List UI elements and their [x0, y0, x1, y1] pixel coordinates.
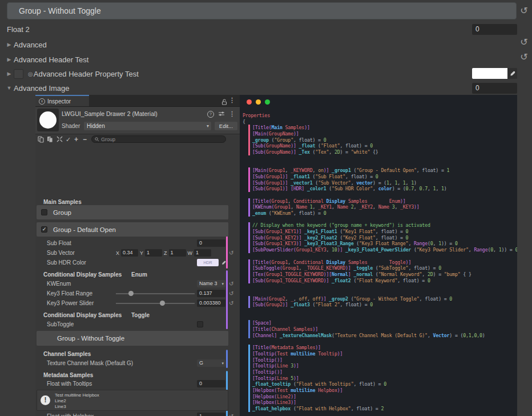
- vector-y-label: Y: [140, 250, 143, 256]
- code-line: [Sub(Group1_KEY2)] _key2_Float2 ("Key2 F…: [240, 235, 517, 241]
- presets-icon[interactable]: [219, 111, 224, 118]
- key3-power-slider[interactable]: [116, 299, 195, 307]
- foldout-arrow-icon[interactable]: ▶: [5, 57, 14, 62]
- help-icon[interactable]: ?: [207, 111, 214, 118]
- group-default-open-label: Group - Default Open: [53, 226, 116, 233]
- code-section-bar: [248, 235, 250, 241]
- sub-float-field[interactable]: 0: [197, 239, 225, 247]
- key3-float-range-field[interactable]: 0.137: [197, 290, 225, 297]
- checkout-icon[interactable]: ✓: [66, 136, 71, 143]
- copy-icon[interactable]: [38, 136, 44, 145]
- float2-field[interactable]: 0: [472, 24, 517, 35]
- subtoggle-checkbox[interactable]: [197, 321, 203, 327]
- group-default-open-checkbox[interactable]: ✓: [41, 226, 47, 233]
- eyedropper-button[interactable]: [507, 68, 517, 79]
- channel-samples-header: Channel Samples: [35, 350, 240, 358]
- inspector-rows: Main Samples Group ✓ Group - Default Ope…: [35, 146, 240, 416]
- advanced-image-label: Advanced Image: [14, 84, 70, 93]
- collapse-all-icon[interactable]: [57, 136, 63, 144]
- paste-icon[interactable]: [47, 136, 53, 145]
- vector-z-label: Z: [164, 250, 167, 256]
- code-line: [SubPowerSlider(Group1_KEY3, 10)] _key3_…: [240, 247, 517, 253]
- remove-icon[interactable]: −: [83, 136, 87, 143]
- group-checkbox[interactable]: [41, 209, 47, 215]
- shader-label: Shader: [62, 123, 80, 129]
- revert-icon[interactable]: ↺: [518, 5, 530, 16]
- sub-float-row: Sub Float 0: [35, 239, 240, 247]
- code-line: [Sub(GroupName)] _float ("Float", float)…: [240, 143, 517, 149]
- sub-vector-row: Sub Vector X 0.34 Y 1 Z 1 W 1 ↺: [35, 249, 240, 257]
- chevron-down-icon: ▾: [221, 280, 224, 287]
- group-foldout-header[interactable]: Group: [37, 205, 228, 219]
- shader-dropdown[interactable]: Hidden ▾: [84, 122, 211, 130]
- key3-float-range-slider[interactable]: [116, 290, 195, 297]
- material-title: LWGUI_Sample Drawer 2 (Material): [62, 110, 158, 117]
- group-without-toggle-inner-header[interactable]: Group - Without Toggle: [37, 331, 228, 346]
- code-line: [Sub(Group1)] _float1 ("Sub Float", floa…: [240, 174, 517, 180]
- code-section-bar: [248, 387, 250, 394]
- group-default-open-header[interactable]: ✓ Group - Default Open: [37, 222, 228, 237]
- window-traffic-lights: [247, 99, 270, 105]
- lock-icon[interactable]: [221, 97, 227, 107]
- advanced-header-test-foldout[interactable]: ▶ Advanced Header Test: [0, 53, 532, 66]
- foldout-arrow-icon[interactable]: ▶: [5, 42, 14, 47]
- code-line: [Helpbox(Test multiline Helpbox)]: [240, 387, 517, 394]
- float-with-helpbox-field[interactable]: 1: [197, 413, 225, 416]
- group-without-toggle-header[interactable]: Group - Without Toggle: [7, 2, 517, 19]
- material-preview[interactable]: [37, 109, 59, 131]
- tab-inspector[interactable]: i Inspector: [35, 95, 89, 106]
- code-section-bar: [248, 125, 250, 131]
- revert-icon[interactable]: ↺: [229, 290, 233, 297]
- material-header: LWGUI_Sample Drawer 2 (Material) ? ⋮ Sha…: [35, 107, 240, 134]
- tab-menu-icon[interactable]: ⋮: [229, 97, 235, 104]
- code-line: [240, 283, 517, 290]
- add-icon[interactable]: +: [74, 136, 78, 143]
- code-line: _enum ("KWEnum", float) = 0: [240, 210, 517, 217]
- color-swatch[interactable]: [472, 68, 507, 79]
- edit-shader-button[interactable]: Edit...: [215, 122, 237, 130]
- code-line: [Tooltip()]: [240, 357, 517, 363]
- material-menu-icon[interactable]: ⋮: [229, 110, 235, 118]
- revert-icon[interactable]: ↺: [229, 413, 233, 416]
- revert-icon[interactable]: ↺: [518, 37, 530, 47]
- group-header-label: Group - Without Toggle: [19, 6, 101, 15]
- code-section-bar: [248, 406, 250, 412]
- vector-z-field[interactable]: 1: [169, 249, 186, 257]
- code-section-bar: [248, 302, 250, 308]
- advanced-foldout[interactable]: ▶ Advanced: [0, 38, 532, 51]
- foldout-arrow-icon[interactable]: ▼: [5, 85, 14, 91]
- key3-power-slider-field[interactable]: 0.003380: [197, 299, 225, 307]
- code-line: [Title(Channel Samples)]: [240, 326, 517, 333]
- code-lines: Properties{[Title(Main Samples)][Main(Gr…: [240, 113, 517, 412]
- vector-y-field[interactable]: 1: [145, 249, 162, 257]
- code-line: _group ("Group", float) = 0: [240, 137, 517, 143]
- advanced-image-foldout[interactable]: ▼ Advanced Image 0: [0, 82, 532, 94]
- hdr-color-swatch[interactable]: HDR: [197, 259, 219, 266]
- helpbox-line: Line3: [55, 404, 66, 409]
- eyedropper-button[interactable]: [220, 259, 227, 266]
- vector-w-field[interactable]: 1: [194, 249, 211, 257]
- code-section-bar: [248, 137, 250, 143]
- kwenum-dropdown[interactable]: Name 3▾: [197, 280, 225, 287]
- vector-x-field[interactable]: 0.34: [121, 249, 138, 257]
- channel-mask-dropdown[interactable]: G▾: [197, 359, 225, 367]
- inspector-tab-label: Inspector: [47, 98, 71, 105]
- vector-w-label: W: [188, 250, 193, 256]
- revert-icon[interactable]: ↺: [229, 250, 233, 256]
- code-line: [Title(Group1, Conditional Display Sampl…: [240, 198, 517, 205]
- code-section-bar: [248, 186, 250, 192]
- revert-icon[interactable]: ↺: [229, 281, 233, 287]
- float-with-tooltips-field[interactable]: 0: [197, 380, 225, 387]
- code-section-bar: [248, 143, 250, 149]
- advanced-image-field[interactable]: 0: [472, 83, 517, 94]
- code-line: Properties: [240, 113, 517, 119]
- code-line: [Tooltip(Line 3)]: [240, 363, 517, 369]
- code-line: [240, 253, 517, 259]
- search-input[interactable]: Group: [91, 135, 226, 143]
- code-line: [Title(Metadata Samples)]: [240, 345, 517, 351]
- helpbox-line: Test multiline Helpbox: [55, 393, 99, 398]
- revert-icon[interactable]: ↺: [518, 51, 530, 62]
- code-section-bar: [248, 167, 250, 174]
- code-section-bar: [248, 265, 250, 271]
- revert-icon[interactable]: ↺: [229, 300, 233, 306]
